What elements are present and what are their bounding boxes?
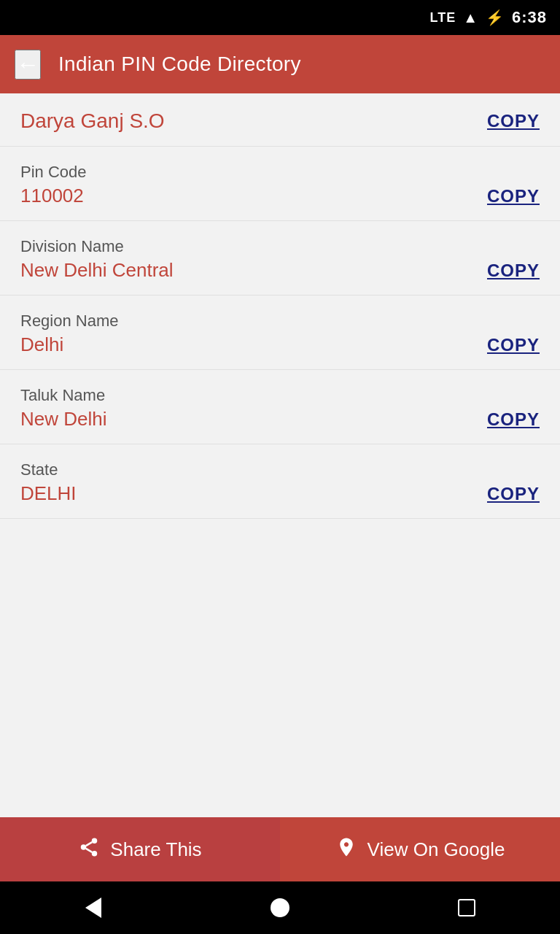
nav-bar bbox=[0, 881, 560, 934]
home-circle-icon bbox=[271, 898, 289, 917]
svg-line-4 bbox=[86, 842, 93, 846]
app-bar: ← Indian PIN Code Directory bbox=[0, 35, 560, 93]
division-label: Division Name bbox=[20, 237, 540, 256]
share-button-label: Share This bbox=[110, 838, 201, 861]
battery-icon: ⚡ bbox=[486, 9, 505, 26]
division-section: Division Name New Delhi Central COPY bbox=[0, 221, 560, 296]
copy-state-button[interactable]: COPY bbox=[487, 484, 540, 504]
pin-code-value: 110002 bbox=[20, 185, 84, 207]
signal-icon: ▲ bbox=[463, 9, 478, 26]
nav-recent-button[interactable] bbox=[445, 886, 489, 930]
location-icon bbox=[335, 836, 357, 863]
taluk-label: Taluk Name bbox=[20, 386, 540, 405]
back-button[interactable]: ← bbox=[15, 50, 41, 80]
taluk-value: New Delhi bbox=[20, 408, 107, 431]
state-section: State DELHI COPY bbox=[0, 444, 560, 519]
state-label: State bbox=[20, 460, 540, 479]
pin-code-section: Pin Code 110002 COPY bbox=[0, 147, 560, 221]
svg-point-2 bbox=[92, 851, 98, 857]
taluk-section: Taluk Name New Delhi COPY bbox=[0, 370, 560, 444]
copy-pin-code-button[interactable]: COPY bbox=[487, 186, 540, 207]
region-section: Region Name Delhi COPY bbox=[0, 296, 560, 370]
copy-post-office-button[interactable]: COPY bbox=[487, 111, 540, 131]
content-area: Darya Ganj S.O COPY Pin Code 110002 COPY… bbox=[0, 93, 560, 817]
svg-point-0 bbox=[92, 838, 98, 844]
copy-division-button[interactable]: COPY bbox=[487, 260, 540, 281]
view-on-google-button[interactable]: View On Google bbox=[280, 817, 560, 881]
back-triangle-icon bbox=[85, 898, 101, 918]
post-office-section: Darya Ganj S.O COPY bbox=[0, 93, 560, 147]
google-button-label: View On Google bbox=[368, 838, 505, 861]
nav-back-button[interactable] bbox=[71, 886, 115, 930]
recent-square-icon bbox=[458, 899, 475, 916]
clock: 6:38 bbox=[512, 8, 547, 27]
share-icon bbox=[78, 836, 100, 863]
status-bar: LTE ▲ ⚡ 6:38 bbox=[0, 0, 560, 35]
nav-home-button[interactable] bbox=[258, 886, 302, 930]
svg-line-3 bbox=[86, 848, 93, 852]
copy-taluk-button[interactable]: COPY bbox=[487, 409, 540, 430]
region-value: Delhi bbox=[20, 333, 63, 356]
pin-code-label: Pin Code bbox=[20, 163, 540, 182]
share-this-button[interactable]: Share This bbox=[0, 817, 280, 881]
division-value: New Delhi Central bbox=[20, 259, 174, 282]
region-label: Region Name bbox=[20, 312, 540, 331]
state-value: DELHI bbox=[20, 482, 77, 505]
svg-point-1 bbox=[81, 844, 87, 850]
app-title: Indian PIN Code Directory bbox=[58, 53, 301, 76]
copy-region-button[interactable]: COPY bbox=[487, 335, 540, 355]
post-office-value: Darya Ganj S.O bbox=[20, 109, 165, 133]
action-bar: Share This View On Google bbox=[0, 817, 560, 881]
lte-indicator: LTE bbox=[429, 10, 456, 26]
